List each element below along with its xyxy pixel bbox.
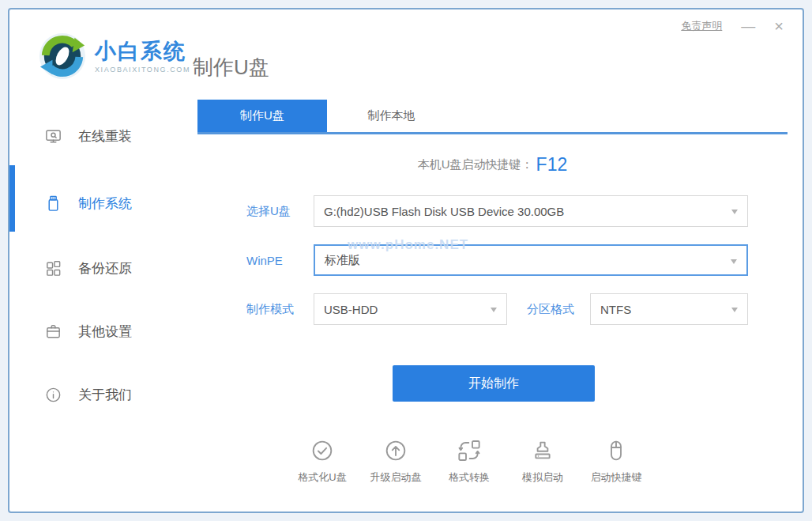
tab-create-usb[interactable]: 制作U盘 <box>197 100 327 132</box>
titlebar-controls: 免责声明 — × <box>681 19 784 33</box>
make-mode-label: 制作模式 <box>246 293 294 325</box>
convert-icon <box>457 438 482 463</box>
blocks-icon <box>44 259 62 277</box>
make-mode-dropdown[interactable]: USB-HDD <box>314 293 507 325</box>
usb-select-label: 选择U盘 <box>246 195 291 227</box>
partition-format-value: NTFS <box>600 303 631 316</box>
usb-select-dropdown[interactable]: G:(hd2)USB Flash Disk USB Device 30.00GB <box>314 195 748 227</box>
sidebar-item-label: 在线重装 <box>78 127 132 145</box>
sidebar-item-label: 制作系统 <box>78 194 132 213</box>
disclaimer-link[interactable]: 免责声明 <box>681 19 722 33</box>
boot-hotkey-text: 本机U盘启动快捷键： <box>418 157 533 172</box>
footer-action-label: 模拟启动 <box>522 470 563 485</box>
sidebar-item-label: 关于我们 <box>78 386 132 404</box>
active-indicator <box>9 165 15 232</box>
monitor-icon <box>44 127 62 145</box>
tab-underline <box>197 132 788 134</box>
make-mode-value: USB-HDD <box>324 303 378 316</box>
boot-hotkey-value: F12 <box>536 154 568 176</box>
start-make-button[interactable]: 开始制作 <box>393 365 595 402</box>
recycle-arrows-logo-icon <box>38 32 87 81</box>
mouse-icon <box>603 438 629 463</box>
winpe-dropdown[interactable]: 标准版 <box>314 244 748 276</box>
footer-action-label: 启动快捷键 <box>591 470 642 485</box>
info-icon <box>44 386 62 404</box>
brand-name: 小白系统 <box>95 40 190 63</box>
partition-format-dropdown[interactable]: NTFS <box>590 293 748 325</box>
upgrade-boot-disk-action[interactable]: 升级启动盘 <box>361 438 430 485</box>
stamp-icon <box>530 438 555 463</box>
sidebar-item-other-settings[interactable]: 其他设置 <box>44 315 179 347</box>
usb-select-value: G:(hd2)USB Flash Disk USB Device 30.00GB <box>324 205 564 218</box>
chevron-down-icon <box>731 210 738 214</box>
page-title: 制作U盘 <box>193 54 269 81</box>
simulate-boot-action[interactable]: 模拟启动 <box>508 438 577 485</box>
footer-toolbar: 格式化U盘 升级启动盘 格式转换 <box>288 438 651 485</box>
footer-action-label: 升级启动盘 <box>370 470 422 485</box>
tab-create-local[interactable]: 制作本地 <box>327 100 456 132</box>
sidebar-item-online-reinstall[interactable]: 在线重装 <box>44 120 179 152</box>
usb-drive-icon <box>44 194 62 213</box>
sidebar-item-backup-restore[interactable]: 备份还原 <box>44 252 179 284</box>
minimize-button[interactable]: — <box>741 19 755 33</box>
winpe-label: WinPE <box>246 244 283 276</box>
brand-domain: XIAOBAIXITONG.COM <box>95 66 190 74</box>
chevron-down-icon <box>491 308 497 312</box>
winpe-value: 标准版 <box>325 253 360 268</box>
sidebar-item-label: 备份还原 <box>78 259 132 277</box>
partition-format-label: 分区格式 <box>527 293 574 325</box>
app-logo: 小白系统 XIAOBAIXITONG.COM <box>38 32 190 81</box>
sidebar-item-label: 其他设置 <box>78 323 132 341</box>
chevron-down-icon <box>731 259 737 264</box>
footer-action-label: 格式转换 <box>449 470 490 485</box>
sidebar-item-create-system[interactable]: 制作系统 <box>44 187 179 219</box>
arrow-up-circle-icon <box>383 438 408 463</box>
sidebar-item-about-us[interactable]: 关于我们 <box>44 379 179 410</box>
briefcase-icon <box>44 323 62 341</box>
format-usb-action[interactable]: 格式化U盘 <box>288 438 357 485</box>
app-window: 免责声明 — × 小白系统 XIAOBAIXITONG.COM 制作U盘 在线重… <box>8 8 804 513</box>
chevron-down-icon <box>731 308 738 312</box>
check-circle-icon <box>310 438 335 463</box>
boot-hotkey-hint: 本机U盘启动快捷键： F12 <box>197 154 788 176</box>
footer-action-label: 格式化U盘 <box>298 470 346 485</box>
format-convert-action[interactable]: 格式转换 <box>434 438 504 485</box>
boot-hotkey-action[interactable]: 启动快捷键 <box>581 438 651 485</box>
close-button[interactable]: × <box>774 19 784 33</box>
